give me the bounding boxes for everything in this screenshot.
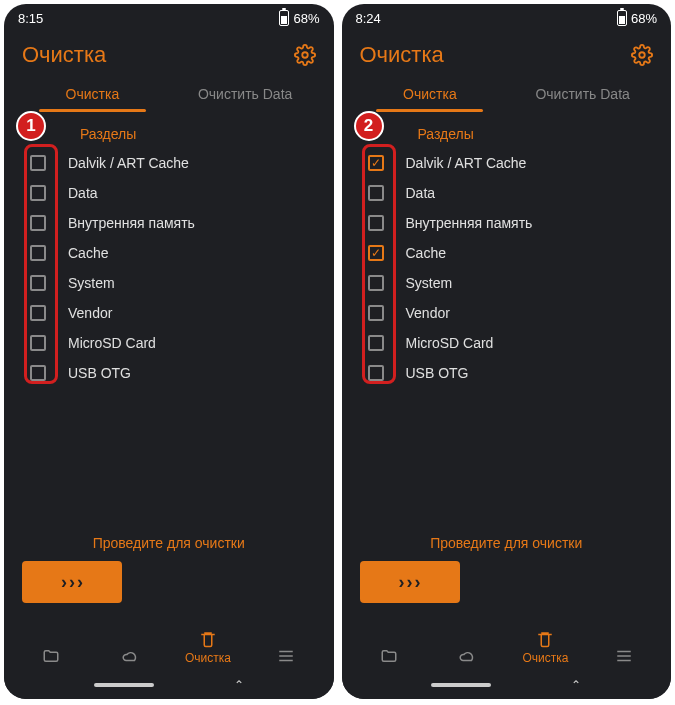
chevron-right-icon: › [61, 572, 67, 593]
tab-wipe-data[interactable]: Очистить Data [169, 80, 322, 112]
list-item[interactable]: ✓Cache [368, 238, 654, 268]
tabs: Очистка Очистить Data [4, 72, 334, 112]
list-item[interactable]: USB OTG [368, 358, 654, 388]
section-label: Разделы [342, 112, 672, 148]
chevron-right-icon: › [407, 572, 413, 593]
checkbox[interactable] [368, 365, 384, 381]
chevron-right-icon: › [77, 572, 83, 593]
item-label: Cache [406, 245, 446, 261]
trash-icon [197, 630, 219, 648]
nav-cloud[interactable] [428, 647, 506, 665]
status-bar: 8:24 68% [342, 4, 672, 32]
list-item[interactable]: Внутренняя память [368, 208, 654, 238]
checkmark-icon: ✓ [371, 247, 381, 259]
checkbox[interactable] [30, 215, 46, 231]
item-label: Cache [68, 245, 108, 261]
home-pill[interactable] [431, 683, 491, 687]
screen-1: 1 8:15 68% Очистка Очистка Очистить Data… [4, 4, 334, 699]
checkbox[interactable] [30, 335, 46, 351]
page-title: Очистка [360, 42, 444, 68]
chevron-right-icon: › [69, 572, 75, 593]
list-item[interactable]: USB OTG [30, 358, 316, 388]
chevron-right-icon: › [415, 572, 421, 593]
item-label: USB OTG [406, 365, 469, 381]
svg-point-1 [639, 52, 645, 58]
item-label: Data [406, 185, 436, 201]
checkbox[interactable]: ✓ [368, 155, 384, 171]
folder-icon [378, 647, 400, 665]
system-nav: ⌃ [4, 671, 334, 699]
list-item[interactable]: MicroSD Card [30, 328, 316, 358]
list-item[interactable]: Data [368, 178, 654, 208]
swipe-area: Проведите для очистки › › › [4, 535, 334, 611]
gear-icon[interactable] [294, 44, 316, 66]
checkbox[interactable] [368, 305, 384, 321]
battery-icon [617, 10, 627, 26]
nav-files[interactable] [12, 647, 90, 665]
swipe-button[interactable]: › › › [360, 561, 460, 603]
svg-point-0 [302, 52, 308, 58]
recents-caret[interactable]: ⌃ [571, 678, 581, 692]
home-pill[interactable] [94, 683, 154, 687]
clock: 8:24 [356, 11, 381, 26]
nav-menu[interactable] [247, 647, 325, 665]
gear-icon[interactable] [631, 44, 653, 66]
list-item[interactable]: Dalvik / ART Cache [30, 148, 316, 178]
checkbox[interactable] [30, 185, 46, 201]
nav-cloud[interactable] [90, 647, 168, 665]
menu-icon [613, 647, 635, 665]
checkbox[interactable] [30, 365, 46, 381]
checkbox[interactable] [30, 155, 46, 171]
list-item[interactable]: System [368, 268, 654, 298]
bottom-nav: Очистка [4, 611, 334, 671]
nav-menu[interactable] [585, 647, 663, 665]
checkbox[interactable] [368, 335, 384, 351]
list-item[interactable]: Vendor [368, 298, 654, 328]
item-label: Dalvik / ART Cache [68, 155, 189, 171]
tabs: Очистка Очистить Data [342, 72, 672, 112]
screen-2: 2 8:24 68% Очистка Очистка Очистить Data… [342, 4, 672, 699]
item-label: USB OTG [68, 365, 131, 381]
tab-wipe[interactable]: Очистка [354, 80, 507, 112]
list-item[interactable]: Внутренняя память [30, 208, 316, 238]
item-label: MicroSD Card [68, 335, 156, 351]
list-item[interactable]: Cache [30, 238, 316, 268]
partition-list: Dalvik / ART CacheDataВнутренняя памятьC… [4, 148, 334, 388]
item-label: Vendor [68, 305, 112, 321]
checkbox[interactable] [368, 275, 384, 291]
trash-icon [534, 630, 556, 648]
list-item[interactable]: System [30, 268, 316, 298]
list-item[interactable]: Vendor [30, 298, 316, 328]
battery-percent: 68% [293, 11, 319, 26]
checkbox[interactable] [368, 215, 384, 231]
tab-wipe[interactable]: Очистка [16, 80, 169, 112]
checkbox[interactable]: ✓ [368, 245, 384, 261]
checkmark-icon: ✓ [371, 157, 381, 169]
list-item[interactable]: ✓Dalvik / ART Cache [368, 148, 654, 178]
swipe-button[interactable]: › › › [22, 561, 122, 603]
checkbox[interactable] [30, 305, 46, 321]
status-bar: 8:15 68% [4, 4, 334, 32]
tab-wipe-data[interactable]: Очистить Data [506, 80, 659, 112]
section-label: Разделы [4, 112, 334, 148]
swipe-label: Проведите для очистки [22, 535, 316, 551]
nav-label: Очистка [522, 651, 568, 665]
item-label: Vendor [406, 305, 450, 321]
nav-wipe[interactable]: Очистка [506, 630, 584, 665]
checkbox[interactable] [30, 245, 46, 261]
recents-caret[interactable]: ⌃ [234, 678, 244, 692]
item-label: System [406, 275, 453, 291]
item-label: System [68, 275, 115, 291]
battery-icon [279, 10, 289, 26]
nav-files[interactable] [350, 647, 428, 665]
chevron-right-icon: › [399, 572, 405, 593]
list-item[interactable]: MicroSD Card [368, 328, 654, 358]
item-label: Data [68, 185, 98, 201]
checkbox[interactable] [368, 185, 384, 201]
list-item[interactable]: Data [30, 178, 316, 208]
checkbox[interactable] [30, 275, 46, 291]
cloud-icon [456, 647, 478, 665]
item-label: Внутренняя память [68, 215, 195, 231]
partition-list: ✓Dalvik / ART CacheDataВнутренняя память… [342, 148, 672, 388]
nav-wipe[interactable]: Очистка [169, 630, 247, 665]
